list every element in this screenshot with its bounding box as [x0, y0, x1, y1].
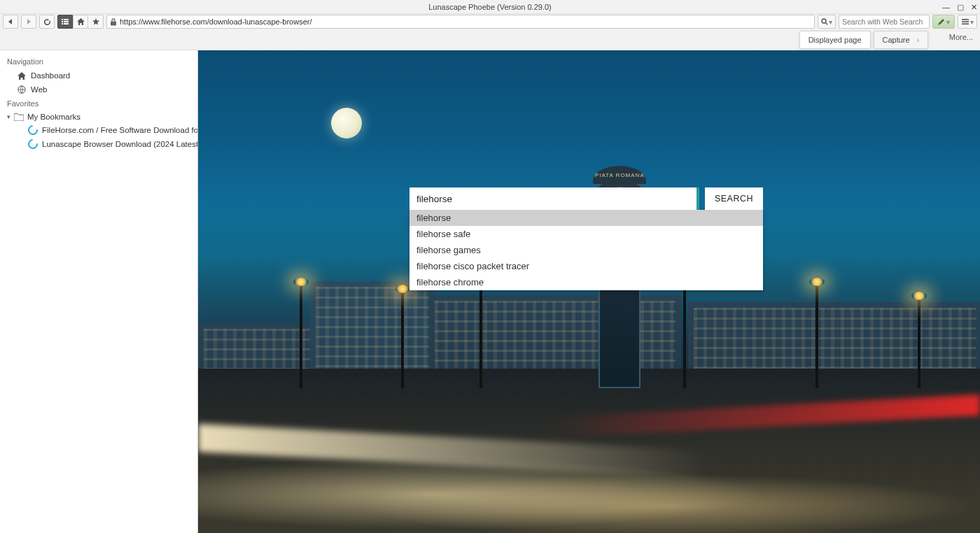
clock-arch-text: PIATA ROMANA — [593, 166, 646, 184]
globe-icon — [17, 85, 27, 94]
view-list-button[interactable] — [57, 15, 73, 29]
toolbar: ▾ ▾ ▾ — [0, 14, 980, 29]
search-input[interactable] — [842, 17, 934, 26]
hamburger-icon — [962, 19, 969, 24]
reload-button[interactable] — [39, 15, 55, 29]
search-scope-button[interactable]: ▾ — [818, 15, 836, 29]
capture-label: Capture — [883, 36, 910, 44]
site-icon — [26, 137, 40, 151]
home-icon — [17, 71, 27, 80]
lock-icon — [110, 18, 117, 26]
close-button[interactable]: ✕ — [971, 3, 977, 12]
window-controls: — ▢ ✕ — [942, 0, 977, 14]
suggestion-item[interactable]: filehorse safe — [410, 226, 763, 242]
minimize-button[interactable]: — — [942, 3, 950, 11]
capture-popover: Displayed page Capture › — [799, 31, 928, 49]
svg-rect-4 — [64, 21, 69, 22]
secondary-bar: Displayed page Capture › More... — [0, 29, 980, 50]
chevron-right-icon: › — [917, 36, 919, 44]
folder-label: My Bookmarks — [27, 113, 80, 121]
suggestion-item[interactable]: filehorse games — [410, 242, 763, 258]
more-link[interactable]: More... — [949, 33, 973, 41]
sidebar: Navigation Dashboard Web Favorites ▾ My … — [0, 50, 198, 533]
bookmark-button[interactable] — [88, 15, 104, 29]
svg-rect-5 — [64, 23, 69, 24]
suggestions-dropdown: filehorse filehorse safe filehorse games… — [410, 210, 763, 290]
chevron-down-icon: ▾ — [829, 18, 832, 26]
svg-rect-9 — [962, 19, 969, 20]
forward-button[interactable] — [21, 15, 36, 29]
url-input[interactable] — [120, 17, 811, 26]
svg-point-7 — [822, 19, 826, 23]
folder-icon — [14, 113, 24, 121]
watermark: filehorse.com — [8, 502, 111, 525]
site-icon — [26, 123, 40, 137]
title-bar: Lunascape Phoebe (Version 0.29.0) — ▢ ✕ — [0, 0, 980, 14]
bg-lamp — [816, 283, 818, 388]
search-icon — [821, 18, 828, 25]
svg-rect-3 — [64, 19, 69, 20]
svg-rect-1 — [62, 21, 63, 22]
suggestion-item[interactable]: filehorse cisco packet tracer — [410, 258, 763, 274]
home-button[interactable] — [73, 15, 88, 29]
page-search-button[interactable]: SEARCH — [705, 187, 763, 210]
bookmark-item-lunascape[interactable]: Lunascape Browser Download (2024 Latest) — [0, 137, 197, 151]
fav-heading: Favorites — [0, 97, 197, 111]
displayed-page-option[interactable]: Displayed page — [799, 31, 871, 49]
svg-rect-0 — [62, 19, 63, 20]
capture-option[interactable]: Capture › — [874, 31, 928, 49]
svg-rect-10 — [962, 21, 969, 22]
search-box[interactable] — [839, 15, 930, 29]
page-search-input[interactable] — [416, 194, 690, 204]
svg-rect-2 — [62, 23, 63, 24]
pencil-icon — [937, 18, 945, 26]
svg-line-8 — [825, 22, 827, 24]
suggestion-item[interactable]: filehorse — [410, 210, 763, 226]
bookmark-label: Lunascape Browser Download (2024 Latest) — [42, 140, 197, 148]
sidebar-item-label: Dashboard — [31, 71, 70, 80]
bg-lamp — [401, 290, 404, 388]
chevron-down-icon: ▾ — [970, 18, 974, 26]
sidebar-item-label: Web — [31, 85, 47, 94]
chevron-down-icon: ▾ — [946, 18, 950, 26]
bookmark-item-filehorse[interactable]: FileHorse.com / Free Software Download f… — [0, 123, 197, 137]
bg-lamp — [918, 297, 920, 388]
screenshot-tool-button[interactable]: ▾ — [932, 15, 955, 29]
bg-moon — [331, 108, 362, 138]
window-title: Lunascape Phoebe (Version 0.29.0) — [428, 3, 552, 11]
displayed-page-label: Displayed page — [808, 36, 862, 44]
chevron-down-icon: ▾ — [7, 113, 10, 120]
view-mode-group — [57, 15, 104, 29]
bookmark-label: FileHorse.com / Free Software Download f… — [42, 126, 197, 134]
back-button[interactable] — [3, 15, 18, 29]
sidebar-item-web[interactable]: Web — [0, 83, 197, 97]
suggestion-item[interactable]: filehorse chrome — [410, 274, 763, 290]
address-bar[interactable] — [106, 15, 815, 29]
body: Navigation Dashboard Web Favorites ▾ My … — [0, 50, 980, 533]
page-search-widget: SEARCH filehorse filehorse safe filehors… — [410, 187, 763, 290]
svg-rect-11 — [962, 23, 969, 24]
svg-rect-6 — [111, 21, 116, 25]
my-bookmarks-folder[interactable]: ▾ My Bookmarks — [0, 111, 197, 123]
menu-button[interactable]: ▾ — [958, 15, 977, 29]
maximize-button[interactable]: ▢ — [957, 3, 964, 12]
content-area: PIATA ROMANA SEARCH filehorse filehorse … — [198, 50, 980, 533]
app-window: Lunascape Phoebe (Version 0.29.0) — ▢ ✕ … — [0, 0, 980, 533]
sidebar-item-dashboard[interactable]: Dashboard — [0, 69, 197, 83]
bg-lamp — [300, 283, 302, 388]
page-search-box[interactable] — [410, 187, 699, 210]
nav-heading: Navigation — [0, 55, 197, 69]
